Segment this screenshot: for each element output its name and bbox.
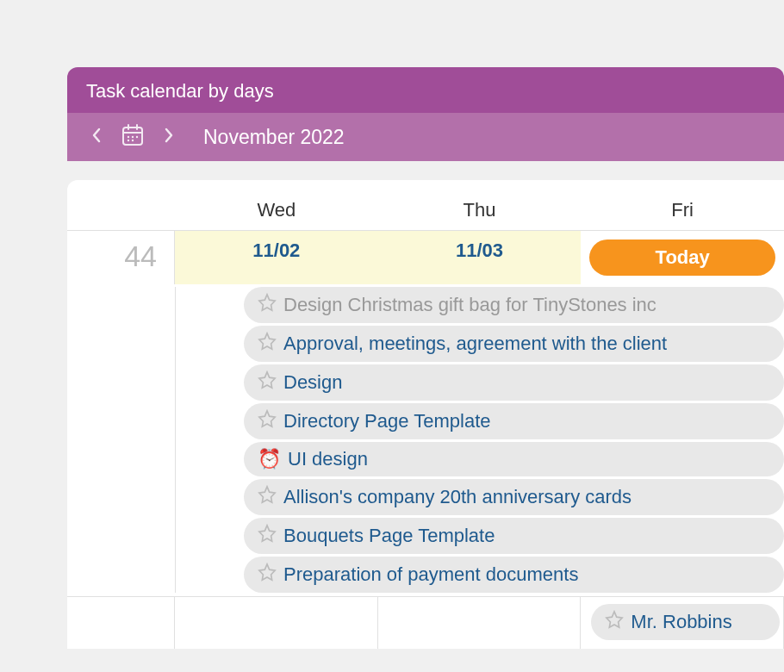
calendar-icon[interactable] bbox=[121, 123, 145, 151]
task-bar[interactable]: Allison's company 20th anniversary cards bbox=[244, 479, 784, 515]
star-icon[interactable] bbox=[258, 293, 277, 317]
star-icon[interactable] bbox=[258, 332, 277, 356]
bottom-week-spacer bbox=[67, 597, 175, 649]
tasks-area: Design Christmas gift bag for TinyStones… bbox=[67, 287, 784, 593]
svg-point-6 bbox=[136, 136, 138, 138]
bottom-cell-fri[interactable]: Mr. Robbins bbox=[581, 597, 784, 649]
date-cell-today[interactable]: Today bbox=[581, 231, 784, 284]
task-bar[interactable]: Directory Page Template bbox=[244, 403, 784, 439]
header-bar: Task calendar by days bbox=[67, 67, 784, 113]
star-icon[interactable] bbox=[258, 409, 277, 433]
week-number: 44 bbox=[67, 231, 175, 284]
task-bar[interactable]: Bouquets Page Template bbox=[244, 518, 784, 554]
task-bar[interactable]: ⏰UI design bbox=[244, 442, 784, 476]
day-header-thu: Thu bbox=[378, 190, 582, 230]
alarm-icon: ⏰ bbox=[258, 448, 281, 470]
task-title: UI design bbox=[288, 448, 368, 470]
task-bar[interactable]: Approval, meetings, agreement with the c… bbox=[244, 326, 784, 362]
bottom-cell-thu[interactable] bbox=[378, 597, 582, 649]
task-bar[interactable]: Design Christmas gift bag for TinyStones… bbox=[244, 287, 784, 323]
date-text: 11/02 bbox=[252, 240, 300, 261]
date-cell-wed[interactable]: 11/02 bbox=[175, 231, 378, 284]
bottom-cell-wed[interactable] bbox=[175, 597, 378, 649]
task-title: Directory Page Template bbox=[283, 410, 491, 432]
task-title: Mr. Robbins bbox=[631, 611, 731, 633]
star-icon[interactable] bbox=[258, 524, 277, 548]
today-pill: Today bbox=[589, 240, 775, 276]
task-title: Approval, meetings, agreement with the c… bbox=[283, 333, 667, 355]
svg-point-4 bbox=[128, 136, 129, 138]
task-title: Preparation of payment documents bbox=[283, 563, 578, 586]
task-title: Design bbox=[283, 371, 342, 394]
task-bar[interactable]: Preparation of payment documents bbox=[244, 557, 784, 593]
calendar-container: Wed Thu Fri 44 11/02 11/03 Today Design … bbox=[67, 180, 784, 649]
star-icon[interactable] bbox=[258, 370, 277, 395]
day-header-wed: Wed bbox=[175, 190, 378, 230]
task-title: Allison's company 20th anniversary cards bbox=[283, 486, 632, 508]
svg-point-8 bbox=[132, 140, 134, 141]
task-bar[interactable]: Design bbox=[244, 364, 784, 401]
svg-point-7 bbox=[128, 140, 129, 141]
day-headers-row: Wed Thu Fri bbox=[67, 180, 784, 231]
star-icon[interactable] bbox=[258, 485, 277, 509]
nav-bar: November 2022 bbox=[67, 113, 784, 161]
date-row: 44 11/02 11/03 Today bbox=[67, 231, 784, 284]
date-cell-thu[interactable]: 11/03 bbox=[378, 231, 582, 284]
bottom-row: Mr. Robbins bbox=[67, 596, 784, 649]
task-title: Design Christmas gift bag for TinyStones… bbox=[283, 294, 656, 316]
nav-month[interactable]: November 2022 bbox=[203, 126, 345, 149]
svg-point-5 bbox=[132, 136, 134, 138]
task-bar[interactable]: Mr. Robbins bbox=[591, 604, 780, 640]
week-col-spacer bbox=[67, 190, 175, 230]
star-icon[interactable] bbox=[258, 563, 277, 587]
task-title: Bouquets Page Template bbox=[283, 525, 495, 547]
star-icon[interactable] bbox=[605, 610, 624, 634]
day-header-fri: Fri bbox=[581, 190, 784, 230]
header-title: Task calendar by days bbox=[86, 80, 274, 102]
date-text: 11/03 bbox=[456, 240, 503, 261]
next-arrow-icon[interactable] bbox=[159, 128, 179, 147]
prev-arrow-icon[interactable] bbox=[86, 128, 107, 147]
